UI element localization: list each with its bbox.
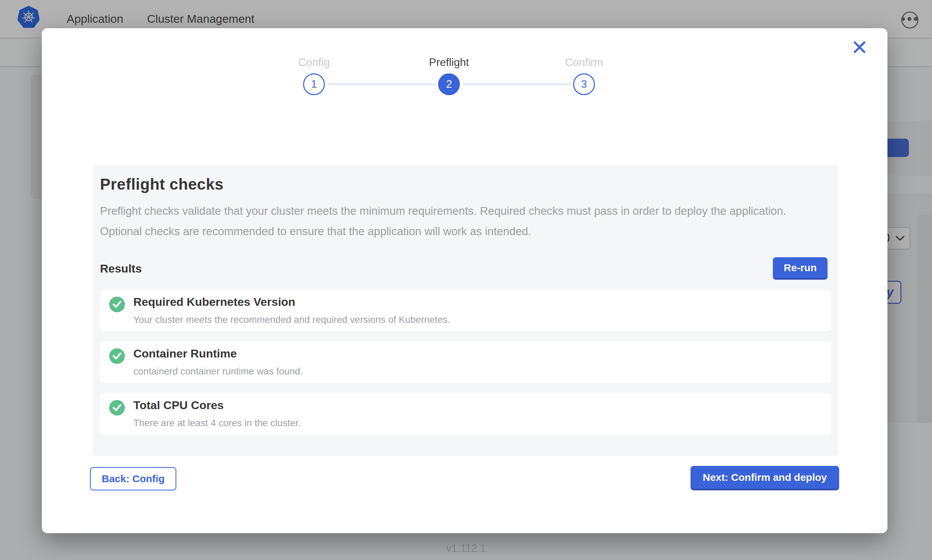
check-pass-icon — [109, 348, 125, 364]
preflight-modal: Config Preflight Confirm 1 2 3 Preflight… — [42, 28, 887, 533]
back-button[interactable]: Back: Config — [90, 467, 176, 490]
step-label-preflight: Preflight — [398, 56, 500, 69]
step-circle-3[interactable]: 3 — [573, 74, 595, 95]
panel-description: Preflight checks validate that your clus… — [100, 201, 831, 242]
step-label-confirm: Confirm — [533, 56, 635, 69]
check-pass-icon — [109, 400, 125, 415]
check-pass-icon — [109, 297, 125, 312]
check-title: Total CPU Cores — [133, 398, 301, 412]
next-confirm-deploy-button[interactable]: Next: Confirm and deploy — [690, 466, 839, 490]
step-circle-1[interactable]: 1 — [303, 74, 325, 95]
check-title: Container Runtime — [133, 347, 303, 360]
check-row: Total CPU Cores There are at least 4 cor… — [100, 393, 831, 435]
check-description: Your cluster meets the recommended and r… — [133, 314, 450, 325]
check-description: containerd container runtime was found. — [133, 366, 303, 377]
step-connector-2 — [463, 83, 572, 85]
check-description: There are at least 4 cores in the cluste… — [133, 418, 301, 429]
preflight-panel: Preflight checks Preflight checks valida… — [93, 165, 838, 456]
panel-title: Preflight checks — [100, 175, 831, 193]
check-row: Container Runtime containerd container r… — [100, 342, 831, 383]
rerun-button[interactable]: Re-run — [773, 257, 827, 280]
check-row: Required Kubernetes Version Your cluster… — [100, 290, 831, 331]
step-circle-2[interactable]: 2 — [438, 74, 460, 95]
screen: Application Cluster Management ●●● 0 y v… — [0, 0, 932, 560]
check-title: Required Kubernetes Version — [133, 295, 450, 309]
close-icon[interactable] — [853, 40, 866, 54]
step-label-config: Config — [263, 56, 365, 69]
results-heading: Results — [100, 262, 142, 275]
step-connector-1 — [327, 83, 437, 85]
